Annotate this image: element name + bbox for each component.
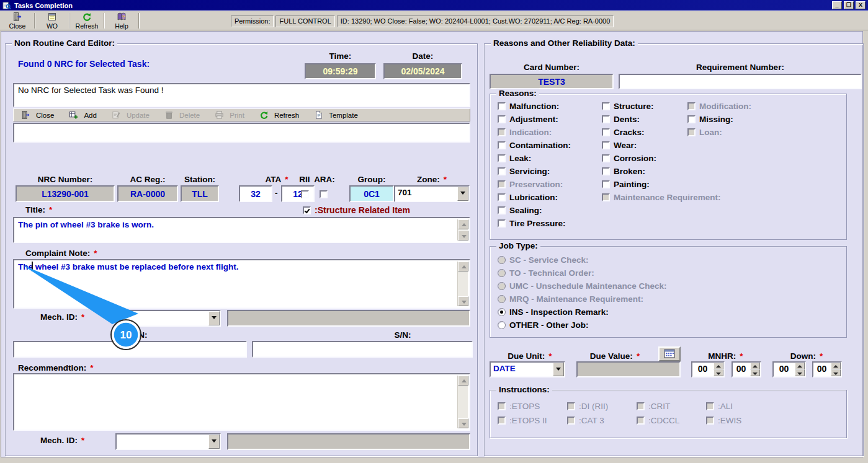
recommendation-textarea[interactable] (13, 373, 470, 431)
reason-checkbox-cracks[interactable] (602, 128, 610, 136)
mech-id2-combobox[interactable] (115, 433, 221, 450)
close-icon[interactable]: X (856, 1, 866, 9)
due-value-calendar-button[interactable] (658, 346, 681, 361)
spin-up-icon[interactable] (750, 363, 760, 369)
scroll-up-icon[interactable] (458, 219, 468, 229)
reason-checkbox-malfunction[interactable] (498, 102, 506, 110)
mnhr-minutes-spinner[interactable]: 00 (732, 361, 761, 377)
mnhr-hours-spinner[interactable]: 00 (691, 361, 725, 377)
reason-checkbox-tire-pressure[interactable] (498, 219, 506, 227)
jobtype-radio-ins-inspection-remark[interactable] (498, 308, 506, 316)
scroll-up-icon[interactable] (458, 262, 468, 271)
reason-checkbox-lubrication[interactable] (498, 193, 506, 201)
toolbar-button-label: WO (47, 22, 58, 30)
toolbar-help-button[interactable]: ?Help (105, 12, 138, 30)
zone-combobox[interactable]: 701 (394, 185, 470, 202)
reason-checkbox-leak[interactable] (498, 154, 506, 162)
spin-up-icon[interactable] (795, 363, 805, 369)
instruction-checkbox-crit (637, 402, 645, 410)
required-marker: * (90, 363, 93, 373)
spin-down-icon[interactable] (714, 369, 723, 376)
required-marker: * (81, 312, 84, 322)
mech-id-dropdown-button[interactable] (208, 311, 220, 325)
pn-label: P/N: (105, 330, 173, 340)
instruction-item-etops-ii: :ETOPS II (498, 416, 567, 427)
spin-up-icon[interactable] (714, 363, 723, 369)
ara-checkbox[interactable] (320, 190, 328, 198)
restore-icon[interactable]: ❐ (844, 1, 854, 9)
due-unit-combobox[interactable]: DATE (490, 361, 565, 377)
complaint-scrollbar[interactable] (457, 262, 468, 306)
jobtype-radio-other-other-job[interactable] (498, 321, 506, 329)
jobtype-item-mrq-maintenance-requirement: MRQ - Maintenance Requirement: (498, 294, 833, 307)
nrc-button-label: Print (230, 112, 244, 119)
jobtype-label: TO - Technical Order: (509, 268, 594, 278)
mech-id-combobox[interactable] (115, 310, 221, 327)
spin-down-icon[interactable] (750, 369, 760, 376)
sn-input[interactable] (252, 341, 473, 358)
zone-dropdown-button[interactable] (457, 187, 468, 201)
title-scrollbar[interactable] (457, 219, 468, 240)
nrc-update-button: Update (105, 110, 156, 120)
chevron-down-icon (212, 316, 217, 319)
ata-major-input[interactable]: 32 (239, 185, 272, 202)
nrc-button-label: Add (84, 112, 96, 119)
title-textarea[interactable]: The pin of wheel #3 brake is worn. (13, 217, 470, 243)
scroll-down-icon[interactable] (458, 231, 468, 240)
ata-minor-input[interactable]: 12 (281, 185, 315, 202)
reason-checkbox-contamination[interactable] (498, 141, 506, 149)
spin-down-icon[interactable] (831, 369, 841, 376)
reason-checkbox-dents[interactable] (602, 115, 610, 123)
toolbar-button-label: Refresh (76, 22, 99, 30)
reason-label: Dents: (614, 115, 640, 124)
scroll-down-icon[interactable] (458, 296, 468, 306)
nrc-close-button[interactable]: Close (15, 110, 60, 120)
refresh-icon (82, 12, 92, 22)
jobtype-label: OTHER - Other Job: (509, 320, 589, 330)
nrc-number-field: L13290-001 (16, 185, 115, 202)
scroll-down-icon[interactable] (458, 418, 468, 428)
calendar-icon (664, 349, 675, 358)
reason-checkbox-sealing[interactable] (498, 206, 506, 214)
reason-item-corrosion: Corrosion: (602, 154, 757, 167)
spin-down-icon[interactable] (795, 369, 805, 376)
nrc-list-box[interactable] (13, 123, 470, 143)
requirement-number-label: Requirement Number: (619, 63, 862, 72)
scroll-up-icon[interactable] (458, 376, 468, 386)
reason-checkbox-missing[interactable] (687, 115, 696, 123)
reason-checkbox-wear[interactable] (602, 141, 610, 149)
due-unit-dropdown-button[interactable] (553, 363, 564, 376)
structure-related-checkbox[interactable] (303, 206, 311, 214)
toolbar-separator (34, 13, 35, 29)
requirement-number-input[interactable] (619, 74, 862, 89)
nrc-template-button[interactable]: Template (308, 110, 364, 120)
reason-item-painting: Painting: (602, 180, 757, 193)
down-minutes-spinner[interactable]: 00 (812, 361, 842, 377)
nrc-add-button[interactable]: Add (63, 110, 102, 120)
card-number-label: Card Number: (490, 63, 614, 72)
spin-up-icon[interactable] (831, 363, 841, 369)
reason-checkbox-adjustment[interactable] (498, 115, 506, 123)
recommendation-scrollbar[interactable] (457, 376, 468, 428)
reason-checkbox-corrosion[interactable] (602, 154, 610, 162)
toolbar-refresh-button[interactable]: Refresh (71, 12, 103, 30)
complaint-textarea[interactable]: The wheel #3 brake must be replaced befo… (13, 259, 470, 309)
toolbar-wo-button[interactable]: WO (36, 12, 68, 30)
reason-checkbox-structure[interactable] (602, 102, 610, 110)
exit-door-icon (21, 110, 30, 120)
nrc-refresh-button[interactable]: Refresh (253, 110, 305, 120)
rii-checkbox[interactable] (301, 190, 309, 198)
required-marker: * (285, 175, 288, 184)
mech-id2-dropdown-button[interactable] (208, 434, 220, 449)
reason-checkbox-servicing[interactable] (498, 167, 506, 175)
toolbar-close-button[interactable]: Close (1, 12, 34, 30)
pn-input[interactable] (13, 341, 247, 358)
reason-checkbox-painting[interactable] (602, 180, 610, 188)
jobtype-item-to-technical-order: TO - Technical Order: (498, 268, 833, 281)
instruction-checkbox-cat-3 (567, 417, 575, 425)
down-hours-spinner[interactable]: 00 (772, 361, 806, 377)
minimize-icon[interactable]: _ (832, 1, 842, 9)
reason-checkbox-broken[interactable] (602, 167, 610, 175)
wo-window-icon (47, 12, 57, 22)
reason-label: Missing: (699, 115, 733, 124)
